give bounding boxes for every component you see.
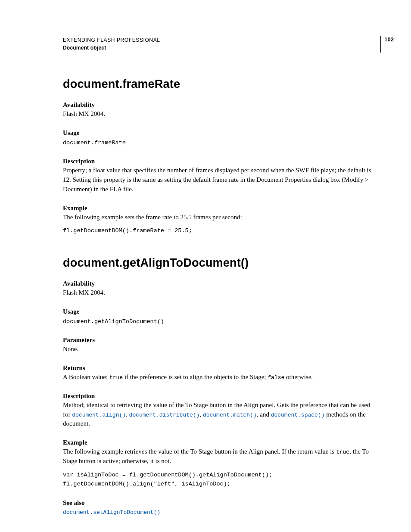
- link-document-distribute[interactable]: document.distribute(): [129, 412, 200, 418]
- header-text: EXTENDING FLASH PROFESSIONAL Document ob…: [63, 36, 380, 52]
- label-usage-2: Usage: [63, 308, 372, 315]
- returns-mid: if the preference is set to align the ob…: [123, 373, 268, 380]
- link-setalign[interactable]: document.setAlignToDocument(): [63, 509, 160, 516]
- section-heading-getalign: document.getAlignToDocument(): [63, 256, 372, 270]
- label-parameters: Parameters: [63, 336, 372, 344]
- label-availability-2: Availability: [63, 280, 372, 287]
- header-book-title: EXTENDING FLASH PROFESSIONAL: [63, 36, 380, 44]
- code-usage: document.frameRate: [63, 138, 372, 148]
- page-number: 102: [380, 36, 394, 53]
- text-description-2: Method; identical to retrieving the valu…: [63, 401, 372, 429]
- sep3: , and: [257, 411, 271, 418]
- sep1: ,: [126, 411, 129, 418]
- section-heading-framerate: document.frameRate: [63, 78, 372, 91]
- returns-pre: A Boolean value:: [63, 373, 109, 380]
- label-availability: Availability: [63, 101, 372, 109]
- code-example: fl.getDocumentDOM().frameRate = 25.5;: [63, 226, 372, 236]
- text-description: Property; a float value that specifies t…: [63, 166, 372, 194]
- text-example-intro: The following example sets the frame rat…: [63, 213, 372, 222]
- code-usage-2: document.getAlignToDocument(): [63, 317, 372, 327]
- code-example-2: var isAlignToDoc = fl.getDocumentDOM().g…: [63, 470, 372, 489]
- link-document-align[interactable]: document.align(): [72, 412, 126, 418]
- label-seealso: See also: [63, 499, 372, 507]
- header-chapter: Document object: [63, 44, 380, 52]
- text-seealso: document.setAlignToDocument(): [63, 507, 372, 517]
- link-document-space[interactable]: document.space(): [271, 412, 325, 418]
- page-header: EXTENDING FLASH PROFESSIONAL Document ob…: [63, 36, 372, 53]
- example-intro-true: true: [336, 449, 349, 455]
- label-example-2: Example: [63, 439, 372, 446]
- text-availability: Flash MX 2004.: [63, 109, 372, 119]
- label-description-2: Description: [63, 392, 372, 400]
- label-description: Description: [63, 158, 372, 165]
- returns-post: otherwise.: [284, 373, 313, 380]
- page-content: EXTENDING FLASH PROFESSIONAL Document ob…: [0, 0, 411, 532]
- link-document-match[interactable]: document.match(): [203, 412, 257, 418]
- text-returns: A Boolean value: true if the preference …: [63, 373, 372, 382]
- returns-false: false: [268, 374, 284, 381]
- label-returns: Returns: [63, 364, 372, 372]
- example-intro-pre: The following example retrieves the valu…: [63, 448, 336, 455]
- label-example: Example: [63, 205, 372, 212]
- text-example-intro-2: The following example retrieves the valu…: [63, 447, 372, 466]
- text-availability-2: Flash MX 2004.: [63, 288, 372, 298]
- sep2: ,: [199, 411, 203, 418]
- returns-true: true: [109, 374, 123, 381]
- label-usage: Usage: [63, 129, 372, 137]
- text-parameters: None.: [63, 345, 372, 354]
